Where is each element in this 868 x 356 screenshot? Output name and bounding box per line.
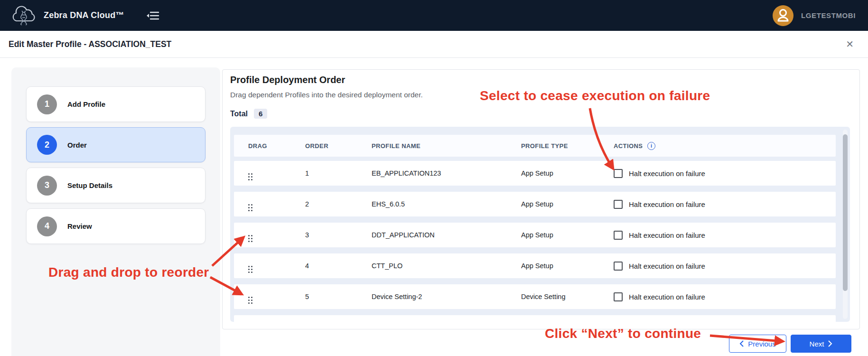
halt-execution-label: Halt execution on failure [629,231,705,239]
app-header: Zebra DNA Cloud™ LGETESTMOBI [0,0,868,31]
total-count-badge: 6 [254,109,267,119]
profile-deployment-panel: Profile Deployment Order Drag dependent … [222,69,860,329]
deployment-order-table: DRAG ORDER PROFILE NAME PROFILE TYPE ACT… [230,127,850,322]
order-cell: 1 [305,169,372,177]
next-button[interactable]: Next [791,335,851,353]
table-row: 1 EB_APPLICATION123 App Setup Halt execu… [234,161,836,186]
sidebar-item-review[interactable]: 4 Review [26,208,205,244]
column-header-profile-type: PROFILE TYPE [521,142,614,150]
table-scrollbar[interactable] [843,130,848,319]
table-row: 4 CTT_PLO App Setup Halt execution on fa… [234,253,836,278]
app-title: Zebra DNA Cloud™ [44,10,124,20]
step-number-badge: 2 [37,135,57,155]
sidebar-item-setup-details[interactable]: 3 Setup Details [26,168,205,203]
order-cell: 5 [305,293,372,300]
dialog-title-bar: Edit Master Profile - ASSOCIATION_TEST ✕ [0,31,868,58]
order-cell: 2 [305,200,372,208]
halt-execution-label: Halt execution on failure [629,200,705,208]
user-avatar[interactable] [773,5,793,26]
halt-execution-label: Halt execution on failure [629,169,705,178]
column-header-drag: DRAG [248,142,305,150]
profile-name-cell: EB_APPLICATION123 [372,169,521,177]
logged-in-username[interactable]: LGETESTMOBI [801,11,856,19]
table-row: 2 EHS_6.0.5 App Setup Halt execution on … [234,192,836,216]
column-header-profile-name: PROFILE NAME [372,142,521,150]
table-row: 5 Device Setting-2 Device Setting Halt e… [234,284,836,309]
halt-execution-label: Halt execution on failure [629,293,705,301]
annotation-drag-note: Drag and drop to reorder [48,265,209,280]
page-title: Profile Deployment Order [230,75,345,85]
profile-name-cell: Device Setting-2 [372,293,521,300]
step-number-badge: 4 [37,216,57,236]
column-header-actions: ACTIONS [614,142,643,150]
annotation-select-note: Select to cease execution on failure [480,88,710,103]
table-row: 3 DDT_APPLICATION App Setup Halt executi… [234,223,836,247]
page-subtitle: Drag dependent Profiles into the desired… [230,91,423,99]
halt-execution-checkbox[interactable] [614,262,623,271]
annotation-next-note: Click “Next” to continue [545,326,701,341]
next-button-label: Next [810,340,824,348]
profile-type-cell: App Setup [521,169,614,177]
halt-execution-checkbox[interactable] [614,200,623,209]
halt-execution-checkbox[interactable] [614,292,623,301]
step-label: Review [67,222,92,230]
previous-button[interactable]: Previous [729,335,786,353]
halt-execution-checkbox[interactable] [614,231,623,240]
total-label: Total [230,110,248,118]
order-cell: 4 [305,262,372,270]
dialog-title: Edit Master Profile - ASSOCIATION_TEST [9,39,171,49]
profile-type-cell: App Setup [521,231,614,239]
scrollbar-thumb[interactable] [843,134,848,291]
zebra-dna-cloud-logo-icon [10,4,37,27]
profile-name-cell: DDT_APPLICATION [372,231,521,239]
info-icon[interactable]: i [647,142,655,150]
profile-name-cell: CTT_PLO [372,262,521,270]
column-header-order: ORDER [305,142,372,150]
order-cell: 3 [305,231,372,239]
step-number-badge: 3 [37,176,57,196]
profile-type-cell: App Setup [521,200,614,208]
close-icon[interactable]: ✕ [846,39,854,49]
profile-name-cell: EHS_6.0.5 [372,200,521,208]
halt-execution-label: Halt execution on failure [629,262,705,270]
table-header-row: DRAG ORDER PROFILE NAME PROFILE TYPE ACT… [234,135,836,157]
step-label: Order [67,141,87,149]
sidebar-item-order[interactable]: 2 Order [26,127,205,162]
profile-type-cell: App Setup [521,262,614,270]
chevron-left-icon [739,340,744,347]
step-number-badge: 1 [37,94,57,114]
sidebar-item-add-profile[interactable]: 1 Add Profile [26,86,205,122]
step-label: Setup Details [67,181,112,189]
total-row: Total 6 [230,109,267,119]
previous-button-label: Previous [748,340,775,348]
table-row-partial [234,315,836,322]
profile-type-cell: Device Setting [521,293,614,300]
menu-collapse-icon[interactable] [146,10,159,21]
halt-execution-checkbox[interactable] [614,169,623,178]
step-label: Add Profile [67,100,105,108]
chevron-right-icon [828,340,832,347]
